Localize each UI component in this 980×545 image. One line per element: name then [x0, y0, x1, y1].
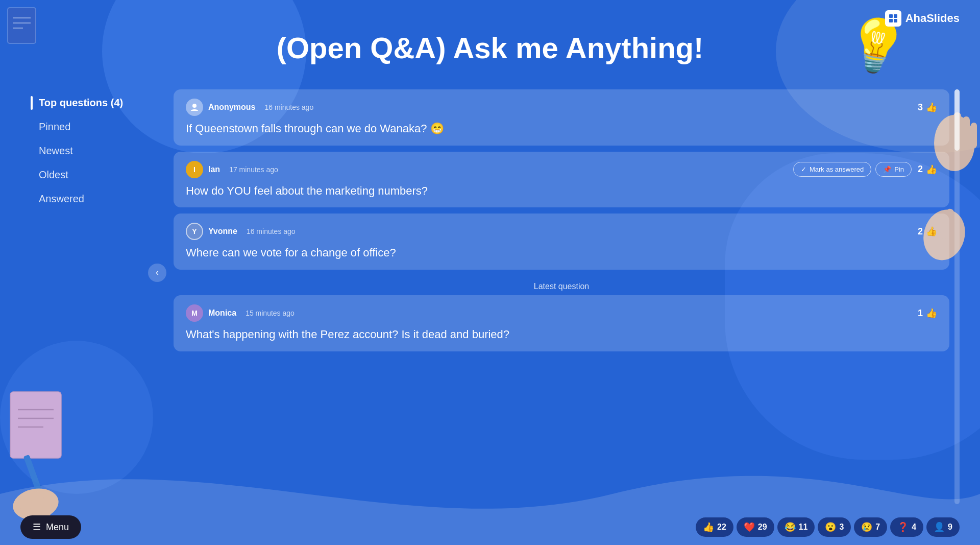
- card-header-left-1: Anonymous 16 minutes ago: [186, 99, 313, 116]
- card-header-left-latest: M Monica 15 minutes ago: [186, 304, 295, 322]
- top-questions-badge: (4): [111, 97, 123, 108]
- sidebar-item-newest[interactable]: Newest: [31, 140, 143, 162]
- time-latest: 15 minutes ago: [246, 309, 295, 317]
- sidebar: Top questions (4) Pinned Newest Oldest A…: [31, 92, 143, 212]
- like-count-2: 2 👍: [918, 164, 937, 175]
- like-number-2: 2: [918, 164, 923, 175]
- mark-answered-label: Mark as answered: [810, 165, 864, 173]
- svg-rect-8: [894, 19, 897, 22]
- pin-icon: 📌: [883, 165, 891, 173]
- logo-icon: [885, 10, 901, 27]
- like-count-1: 3 👍: [918, 102, 937, 113]
- mark-answered-button-2[interactable]: ✓ Mark as answered: [793, 162, 871, 177]
- heart-emoji: ❤️: [744, 522, 755, 533]
- heart-reaction-count: 29: [758, 523, 767, 532]
- author-2: Ian: [208, 165, 220, 174]
- users-reaction-count: 9: [948, 523, 952, 532]
- card-header-3: Y Yvonne 16 minutes ago 2 👍: [186, 223, 937, 240]
- like-count-latest: 1 👍: [918, 307, 937, 319]
- svg-rect-24: [971, 123, 977, 148]
- question-text-2: How do YOU feel about the marketing numb…: [186, 183, 937, 199]
- menu-button[interactable]: ☰ Menu: [20, 515, 81, 539]
- card-header-right-3: 2 👍: [918, 226, 937, 237]
- time-1: 16 minutes ago: [264, 103, 313, 111]
- sidebar-item-oldest[interactable]: Oldest: [31, 164, 143, 186]
- pin-label: Pin: [894, 165, 904, 173]
- sad-emoji: 😢: [861, 522, 872, 533]
- svg-rect-23: [963, 116, 970, 146]
- svg-rect-10: [10, 392, 61, 458]
- like-number-latest: 1: [918, 308, 923, 319]
- question-emoji: ❓: [897, 522, 909, 533]
- question-text-latest: What's happening with the Perez account?…: [186, 327, 937, 342]
- sidebar-item-top-questions[interactable]: Top questions (4): [31, 92, 143, 114]
- decoration-left-hand: [0, 376, 82, 519]
- sidebar-item-answered[interactable]: Answered: [31, 188, 143, 210]
- reaction-sad[interactable]: 😢 7: [854, 517, 887, 537]
- card-header-right-latest: 1 👍: [918, 307, 937, 319]
- reaction-heart[interactable]: ❤️ 29: [737, 517, 774, 537]
- like-icon-latest[interactable]: 👍: [926, 307, 937, 319]
- question-card-1: Anonymous 16 minutes ago 3 👍 If Queensto…: [174, 89, 949, 146]
- collapse-sidebar-button[interactable]: ‹: [148, 264, 166, 282]
- reaction-users[interactable]: 👤 9: [926, 517, 960, 537]
- svg-rect-6: [894, 14, 897, 18]
- author-1: Anonymous: [208, 103, 255, 112]
- svg-rect-14: [23, 455, 43, 495]
- question-card-2: I Ian 17 minutes ago ✓ Mark as answered …: [174, 152, 949, 208]
- scroll-track[interactable]: [954, 89, 960, 504]
- reaction-wow[interactable]: 😮 3: [818, 517, 851, 537]
- like-icon-2[interactable]: 👍: [926, 164, 937, 175]
- page-title: (Open Q&A) Ask me Anything!: [0, 31, 980, 65]
- laugh-reaction-count: 11: [799, 523, 808, 532]
- card-header-left-2: I Ian 17 minutes ago: [186, 161, 278, 178]
- sidebar-label-pinned: Pinned: [39, 121, 70, 132]
- svg-rect-7: [889, 19, 893, 22]
- reaction-laugh[interactable]: 😂 11: [777, 517, 815, 537]
- pin-button-2[interactable]: 📌 Pin: [875, 162, 912, 177]
- like-number-3: 2: [918, 226, 923, 237]
- check-icon: ✓: [801, 165, 806, 173]
- avatar-2: I: [186, 161, 203, 178]
- avatar-latest: M: [186, 304, 203, 322]
- questions-list: Anonymous 16 minutes ago 3 👍 If Queensto…: [174, 89, 949, 473]
- users-emoji: 👤: [934, 522, 945, 533]
- card-header-right-1: 3 👍: [918, 102, 937, 113]
- question-reaction-count: 4: [912, 523, 916, 532]
- author-latest: Monica: [208, 309, 236, 318]
- time-3: 16 minutes ago: [247, 227, 296, 235]
- menu-label: Menu: [46, 522, 69, 533]
- like-reaction-count: 22: [717, 523, 726, 532]
- card-header-right-2: ✓ Mark as answered 📌 Pin 2 👍: [793, 162, 937, 177]
- sidebar-label-top-questions: Top questions (4): [39, 97, 123, 108]
- scroll-thumb[interactable]: [954, 89, 960, 151]
- avatar-3: Y: [186, 223, 203, 240]
- logo: AhaSlides: [885, 10, 960, 27]
- reactions-bar: 👍 22 ❤️ 29 😂 11 😮 3 😢 7 ❓ 4 👤 9: [696, 517, 960, 537]
- wow-reaction-count: 3: [839, 523, 844, 532]
- like-number-1: 3: [918, 102, 923, 113]
- reaction-question[interactable]: ❓ 4: [890, 517, 923, 537]
- card-header-2: I Ian 17 minutes ago ✓ Mark as answered …: [186, 161, 937, 178]
- card-actions-2: ✓ Mark as answered 📌 Pin: [793, 162, 912, 177]
- svg-rect-5: [889, 14, 893, 18]
- svg-marker-15: [37, 492, 45, 502]
- bottom-bar: ☰ Menu 👍 22 ❤️ 29 😂 11 😮 3 😢 7 ❓ 4 👤: [0, 509, 980, 545]
- question-text-1: If Queenstown falls through can we do Wa…: [186, 121, 937, 136]
- latest-question-label: Latest question: [174, 276, 949, 295]
- wow-emoji: 😮: [825, 522, 836, 533]
- card-header-latest: M Monica 15 minutes ago 1 👍: [186, 304, 937, 322]
- menu-icon: ☰: [33, 522, 41, 533]
- reaction-like[interactable]: 👍 22: [696, 517, 733, 537]
- time-2: 17 minutes ago: [229, 165, 278, 174]
- author-3: Yvonne: [208, 227, 237, 236]
- question-text-3: Where can we vote for a change of office…: [186, 245, 937, 260]
- like-icon-3[interactable]: 👍: [926, 226, 937, 237]
- sidebar-label-oldest: Oldest: [39, 169, 68, 180]
- svg-point-9: [192, 104, 197, 108]
- like-icon-1[interactable]: 👍: [926, 102, 937, 113]
- sidebar-label-newest: Newest: [39, 145, 73, 156]
- laugh-emoji: 😂: [785, 522, 796, 533]
- like-emoji: 👍: [703, 522, 714, 533]
- sidebar-item-pinned[interactable]: Pinned: [31, 116, 143, 138]
